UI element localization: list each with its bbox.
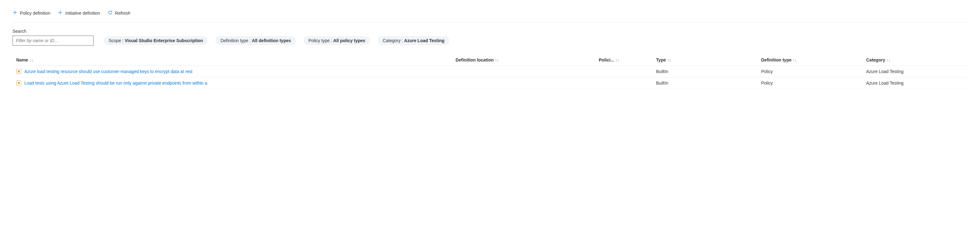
sort-icon: ↑↓ [793,58,796,62]
type-cell: BuiltIn [652,66,757,77]
search-label: Search [13,29,967,34]
policy-icon [16,69,21,74]
filter-pill-label: Definition type : [220,38,251,43]
filter-pill-value: All policy types [333,38,365,43]
policy-name-link[interactable]: Load tests using Azure Load Testing shou… [24,81,207,86]
initiative-definition-button[interactable]: Initiative definition [58,9,100,17]
plus-icon [13,10,18,16]
search-section: Search Scope : Visual Studio Enterprise … [13,29,967,46]
sort-icon: ↑↓ [29,58,33,62]
refresh-label: Refresh [115,11,130,16]
filter-pill-definition-type[interactable]: Definition type : All definition types [215,36,296,45]
category-cell: Azure Load Testing [862,66,967,77]
initiative-definition-label: Initiative definition [65,11,100,16]
filter-pill-value: Visual Studio Enterprise Subscription [124,38,203,43]
filter-pill-label: Category : [383,38,404,43]
sort-icon: ↑↓ [886,58,890,62]
table-row: Load tests using Azure Load Testing shou… [13,77,967,89]
column-header-category[interactable]: Category↑↓ [862,54,967,66]
type-cell: BuiltIn [652,77,757,89]
table-row: Azure load testing resource should use c… [13,66,967,77]
filter-pill-scope[interactable]: Scope : Visual Studio Enterprise Subscri… [103,36,208,45]
plus-icon [58,10,63,16]
column-header-deftype[interactable]: Definition type↑↓ [757,54,862,66]
search-input[interactable] [13,36,94,46]
filter-pill-policy-type[interactable]: Policy type : All policy types [304,36,370,45]
sort-icon: ↑↓ [667,58,671,62]
definition-location-cell [452,77,595,89]
definition-type-cell: Policy [757,77,862,89]
table-header-row: Name↑↓ Definition location↑↓ Polici...↑↓… [13,54,967,66]
column-header-location[interactable]: Definition location↑↓ [452,54,595,66]
policy-icon [16,81,21,86]
policy-definition-button[interactable]: Policy definition [13,9,50,17]
sort-icon: ↑↓ [495,58,499,62]
definitions-table: Name↑↓ Definition location↑↓ Polici...↑↓… [13,54,967,89]
policies-cell [595,66,652,77]
definition-type-cell: Policy [757,66,862,77]
column-header-policies[interactable]: Polici...↑↓ [595,54,652,66]
policies-cell [595,77,652,89]
command-bar: Policy definition Initiative definition … [13,6,967,22]
filter-pill-group: Scope : Visual Studio Enterprise Subscri… [103,36,449,45]
filter-pill-value: Azure Load Testing [404,38,445,43]
column-header-name[interactable]: Name↑↓ [13,54,452,66]
filter-pill-label: Scope : [109,38,124,43]
column-header-type[interactable]: Type↑↓ [652,54,757,66]
policy-name-link[interactable]: Azure load testing resource should use c… [24,69,192,74]
filter-pill-category[interactable]: Category : Azure Load Testing [378,36,449,45]
filter-pill-label: Policy type : [309,38,333,43]
definition-location-cell [452,66,595,77]
policy-definition-label: Policy definition [20,11,50,16]
filter-pill-value: All definition types [252,38,291,43]
sort-icon: ↑↓ [615,58,619,62]
refresh-button[interactable]: Refresh [108,9,130,17]
category-cell: Azure Load Testing [862,77,967,89]
refresh-icon [108,10,113,16]
